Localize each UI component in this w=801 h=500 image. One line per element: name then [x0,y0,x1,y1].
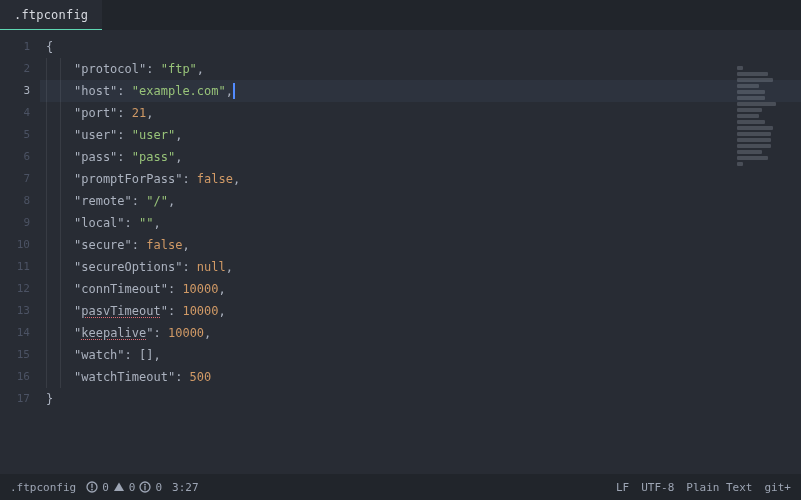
indent-guide [60,366,74,388]
status-encoding[interactable]: UTF-8 [641,481,674,494]
token: , [226,260,233,274]
code-line[interactable]: { [40,36,801,58]
code-line[interactable]: "local": "", [40,212,801,234]
token: 500 [190,370,212,384]
code-line[interactable]: } [40,388,801,410]
indent-guide [60,256,74,278]
line-number[interactable]: 3 [0,80,40,102]
horizontal-scrollbar[interactable] [0,462,801,474]
token: , [168,194,175,208]
token: "ftp" [161,62,197,76]
code-line[interactable]: "connTimeout": 10000, [40,278,801,300]
line-number[interactable]: 9 [0,212,40,234]
indent-guide [46,58,60,80]
code-line[interactable]: "user": "user", [40,124,801,146]
line-number[interactable]: 15 [0,344,40,366]
line-number[interactable]: 2 [0,58,40,80]
code-area[interactable]: {"protocol": "ftp","host": "example.com"… [40,30,801,472]
token: "connTimeout" [74,282,168,296]
indent-guide [60,190,74,212]
line-number[interactable]: 1 [0,36,40,58]
indent-guide [46,366,60,388]
code-line[interactable]: "pass": "pass", [40,146,801,168]
token: "promptForPass" [74,172,182,186]
editor[interactable]: 1234567891011121314151617 {"protocol": "… [0,30,801,472]
token: : [168,304,182,318]
token: " [146,326,153,340]
token: "secureOptions" [74,260,182,274]
token: : [125,348,139,362]
token: : [117,150,131,164]
code-line[interactable]: "watch": [], [40,344,801,366]
line-number[interactable]: 13 [0,300,40,322]
token: "watchTimeout" [74,370,175,384]
line-number[interactable]: 12 [0,278,40,300]
code-line[interactable]: "watchTimeout": 500 [40,366,801,388]
svg-point-4 [145,484,147,486]
token: "local" [74,216,125,230]
indent-guide [46,146,60,168]
indent-guide [60,234,74,256]
line-number[interactable]: 5 [0,124,40,146]
indent-guide [46,102,60,124]
line-number[interactable]: 14 [0,322,40,344]
indent-guide [60,102,74,124]
status-diag-info: 0 [155,481,162,494]
code-line[interactable]: "secure": false, [40,234,801,256]
svg-point-2 [91,489,93,491]
status-cursor-position[interactable]: 3:27 [172,481,199,494]
code-line[interactable]: "secureOptions": null, [40,256,801,278]
token: "protocol" [74,62,146,76]
code-line[interactable]: "port": 21, [40,102,801,124]
token: "pass" [132,150,175,164]
line-number[interactable]: 11 [0,256,40,278]
indent-guide [46,168,60,190]
status-line-ending[interactable]: LF [616,481,629,494]
code-line[interactable]: "remote": "/", [40,190,801,212]
token: keepalive [81,326,146,340]
token: pasvTimeout [81,304,160,318]
indent-guide [46,344,60,366]
indent-guide [60,212,74,234]
indent-guide [60,168,74,190]
line-number-gutter[interactable]: 1234567891011121314151617 [0,30,40,472]
indent-guide [46,212,60,234]
code-line[interactable]: "host": "example.com", [40,80,801,102]
tab-ftpconfig[interactable]: .ftpconfig [0,0,102,30]
token: "host" [74,84,117,98]
token: [] [139,348,153,362]
token: : [182,172,196,186]
line-number[interactable]: 16 [0,366,40,388]
token: : [117,106,131,120]
token: false [197,172,233,186]
line-number[interactable]: 4 [0,102,40,124]
code-line[interactable]: "promptForPass": false, [40,168,801,190]
tab-title: .ftpconfig [14,8,88,22]
line-number[interactable]: 17 [0,388,40,410]
indent-guide [46,80,60,102]
status-grammar[interactable]: Plain Text [686,481,752,494]
token: "user" [132,128,175,142]
code-line[interactable]: "keepalive": 10000, [40,322,801,344]
status-git-branch[interactable]: git+ [765,481,792,494]
status-diag-warn: 0 [129,481,136,494]
line-number[interactable]: 8 [0,190,40,212]
token: : [125,216,139,230]
line-number[interactable]: 10 [0,234,40,256]
token: 21 [132,106,146,120]
token: , [153,348,160,362]
line-number[interactable]: 6 [0,146,40,168]
info-icon [139,481,151,493]
token: , [219,282,226,296]
status-diagnostics[interactable]: 0 0 0 [86,481,162,494]
token: "watch" [74,348,125,362]
code-line[interactable]: "pasvTimeout": 10000, [40,300,801,322]
token: : [132,194,146,208]
status-filename[interactable]: .ftpconfig [10,481,76,494]
indent-guide [46,234,60,256]
indent-guide [46,278,60,300]
token: , [182,238,189,252]
line-number[interactable]: 7 [0,168,40,190]
token: 10000 [182,304,218,318]
code-line[interactable]: "protocol": "ftp", [40,58,801,80]
